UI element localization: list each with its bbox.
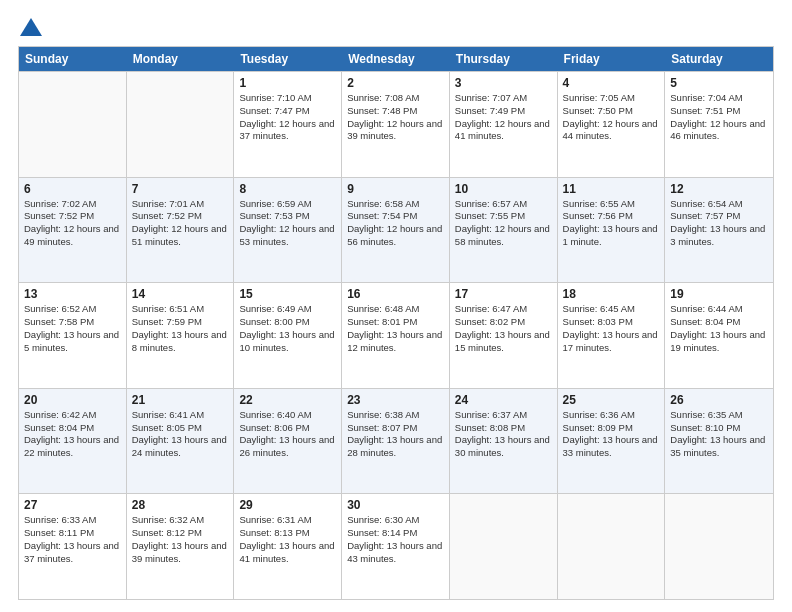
calendar-cell: [19, 72, 127, 177]
cell-content: Sunrise: 6:30 AM Sunset: 8:14 PM Dayligh…: [347, 514, 444, 565]
cell-content: Sunrise: 6:45 AM Sunset: 8:03 PM Dayligh…: [563, 303, 660, 354]
cell-content: Sunrise: 6:35 AM Sunset: 8:10 PM Dayligh…: [670, 409, 768, 460]
calendar-cell: [558, 494, 666, 599]
cell-day-number: 11: [563, 182, 660, 196]
calendar-row: 27Sunrise: 6:33 AM Sunset: 8:11 PM Dayli…: [19, 493, 773, 599]
calendar-header-cell: Friday: [558, 47, 666, 71]
cell-content: Sunrise: 7:05 AM Sunset: 7:50 PM Dayligh…: [563, 92, 660, 143]
cell-day-number: 25: [563, 393, 660, 407]
logo-text: [18, 16, 42, 36]
calendar-row: 6Sunrise: 7:02 AM Sunset: 7:52 PM Daylig…: [19, 177, 773, 283]
calendar-header-cell: Sunday: [19, 47, 127, 71]
cell-day-number: 9: [347, 182, 444, 196]
calendar-cell: 20Sunrise: 6:42 AM Sunset: 8:04 PM Dayli…: [19, 389, 127, 494]
calendar-cell: 22Sunrise: 6:40 AM Sunset: 8:06 PM Dayli…: [234, 389, 342, 494]
cell-content: Sunrise: 6:31 AM Sunset: 8:13 PM Dayligh…: [239, 514, 336, 565]
cell-day-number: 10: [455, 182, 552, 196]
calendar-header-cell: Tuesday: [234, 47, 342, 71]
cell-day-number: 16: [347, 287, 444, 301]
svg-marker-0: [20, 18, 42, 36]
calendar-cell: 3Sunrise: 7:07 AM Sunset: 7:49 PM Daylig…: [450, 72, 558, 177]
calendar-cell: 13Sunrise: 6:52 AM Sunset: 7:58 PM Dayli…: [19, 283, 127, 388]
cell-content: Sunrise: 6:38 AM Sunset: 8:07 PM Dayligh…: [347, 409, 444, 460]
calendar-cell: 25Sunrise: 6:36 AM Sunset: 8:09 PM Dayli…: [558, 389, 666, 494]
calendar-cell: 18Sunrise: 6:45 AM Sunset: 8:03 PM Dayli…: [558, 283, 666, 388]
calendar-cell: 16Sunrise: 6:48 AM Sunset: 8:01 PM Dayli…: [342, 283, 450, 388]
cell-content: Sunrise: 6:58 AM Sunset: 7:54 PM Dayligh…: [347, 198, 444, 249]
calendar-cell: 19Sunrise: 6:44 AM Sunset: 8:04 PM Dayli…: [665, 283, 773, 388]
calendar-cell: 15Sunrise: 6:49 AM Sunset: 8:00 PM Dayli…: [234, 283, 342, 388]
cell-day-number: 15: [239, 287, 336, 301]
cell-day-number: 28: [132, 498, 229, 512]
cell-day-number: 22: [239, 393, 336, 407]
cell-day-number: 5: [670, 76, 768, 90]
calendar-cell: 8Sunrise: 6:59 AM Sunset: 7:53 PM Daylig…: [234, 178, 342, 283]
cell-day-number: 18: [563, 287, 660, 301]
cell-content: Sunrise: 6:41 AM Sunset: 8:05 PM Dayligh…: [132, 409, 229, 460]
cell-content: Sunrise: 6:40 AM Sunset: 8:06 PM Dayligh…: [239, 409, 336, 460]
calendar-header-cell: Wednesday: [342, 47, 450, 71]
page: SundayMondayTuesdayWednesdayThursdayFrid…: [0, 0, 792, 612]
calendar-cell: 24Sunrise: 6:37 AM Sunset: 8:08 PM Dayli…: [450, 389, 558, 494]
calendar-cell: 7Sunrise: 7:01 AM Sunset: 7:52 PM Daylig…: [127, 178, 235, 283]
cell-content: Sunrise: 7:04 AM Sunset: 7:51 PM Dayligh…: [670, 92, 768, 143]
cell-content: Sunrise: 6:47 AM Sunset: 8:02 PM Dayligh…: [455, 303, 552, 354]
cell-content: Sunrise: 6:48 AM Sunset: 8:01 PM Dayligh…: [347, 303, 444, 354]
calendar-row: 1Sunrise: 7:10 AM Sunset: 7:47 PM Daylig…: [19, 71, 773, 177]
calendar-cell: 4Sunrise: 7:05 AM Sunset: 7:50 PM Daylig…: [558, 72, 666, 177]
calendar-cell: 11Sunrise: 6:55 AM Sunset: 7:56 PM Dayli…: [558, 178, 666, 283]
cell-day-number: 29: [239, 498, 336, 512]
cell-content: Sunrise: 6:54 AM Sunset: 7:57 PM Dayligh…: [670, 198, 768, 249]
cell-day-number: 27: [24, 498, 121, 512]
cell-content: Sunrise: 6:49 AM Sunset: 8:00 PM Dayligh…: [239, 303, 336, 354]
cell-day-number: 23: [347, 393, 444, 407]
calendar-cell: [450, 494, 558, 599]
cell-content: Sunrise: 7:07 AM Sunset: 7:49 PM Dayligh…: [455, 92, 552, 143]
cell-content: Sunrise: 6:36 AM Sunset: 8:09 PM Dayligh…: [563, 409, 660, 460]
calendar-header-cell: Thursday: [450, 47, 558, 71]
calendar-cell: 27Sunrise: 6:33 AM Sunset: 8:11 PM Dayli…: [19, 494, 127, 599]
cell-content: Sunrise: 7:08 AM Sunset: 7:48 PM Dayligh…: [347, 92, 444, 143]
cell-day-number: 14: [132, 287, 229, 301]
cell-content: Sunrise: 6:52 AM Sunset: 7:58 PM Dayligh…: [24, 303, 121, 354]
calendar-cell: [665, 494, 773, 599]
cell-day-number: 3: [455, 76, 552, 90]
calendar-body: 1Sunrise: 7:10 AM Sunset: 7:47 PM Daylig…: [19, 71, 773, 599]
cell-content: Sunrise: 6:32 AM Sunset: 8:12 PM Dayligh…: [132, 514, 229, 565]
cell-day-number: 12: [670, 182, 768, 196]
cell-day-number: 4: [563, 76, 660, 90]
cell-content: Sunrise: 6:55 AM Sunset: 7:56 PM Dayligh…: [563, 198, 660, 249]
calendar-cell: 23Sunrise: 6:38 AM Sunset: 8:07 PM Dayli…: [342, 389, 450, 494]
cell-day-number: 13: [24, 287, 121, 301]
calendar-row: 13Sunrise: 6:52 AM Sunset: 7:58 PM Dayli…: [19, 282, 773, 388]
cell-content: Sunrise: 6:37 AM Sunset: 8:08 PM Dayligh…: [455, 409, 552, 460]
calendar-cell: 6Sunrise: 7:02 AM Sunset: 7:52 PM Daylig…: [19, 178, 127, 283]
cell-content: Sunrise: 7:01 AM Sunset: 7:52 PM Dayligh…: [132, 198, 229, 249]
calendar-cell: 1Sunrise: 7:10 AM Sunset: 7:47 PM Daylig…: [234, 72, 342, 177]
cell-content: Sunrise: 7:10 AM Sunset: 7:47 PM Dayligh…: [239, 92, 336, 143]
cell-day-number: 19: [670, 287, 768, 301]
calendar-header-cell: Saturday: [665, 47, 773, 71]
cell-content: Sunrise: 6:57 AM Sunset: 7:55 PM Dayligh…: [455, 198, 552, 249]
calendar-header-cell: Monday: [127, 47, 235, 71]
calendar-cell: 30Sunrise: 6:30 AM Sunset: 8:14 PM Dayli…: [342, 494, 450, 599]
cell-content: Sunrise: 6:42 AM Sunset: 8:04 PM Dayligh…: [24, 409, 121, 460]
cell-day-number: 26: [670, 393, 768, 407]
calendar-cell: 21Sunrise: 6:41 AM Sunset: 8:05 PM Dayli…: [127, 389, 235, 494]
cell-content: Sunrise: 7:02 AM Sunset: 7:52 PM Dayligh…: [24, 198, 121, 249]
calendar-header: SundayMondayTuesdayWednesdayThursdayFrid…: [19, 47, 773, 71]
calendar: SundayMondayTuesdayWednesdayThursdayFrid…: [18, 46, 774, 600]
calendar-cell: [127, 72, 235, 177]
cell-day-number: 7: [132, 182, 229, 196]
cell-content: Sunrise: 6:51 AM Sunset: 7:59 PM Dayligh…: [132, 303, 229, 354]
calendar-cell: 26Sunrise: 6:35 AM Sunset: 8:10 PM Dayli…: [665, 389, 773, 494]
calendar-cell: 17Sunrise: 6:47 AM Sunset: 8:02 PM Dayli…: [450, 283, 558, 388]
calendar-row: 20Sunrise: 6:42 AM Sunset: 8:04 PM Dayli…: [19, 388, 773, 494]
cell-day-number: 6: [24, 182, 121, 196]
cell-day-number: 21: [132, 393, 229, 407]
cell-day-number: 2: [347, 76, 444, 90]
calendar-cell: 28Sunrise: 6:32 AM Sunset: 8:12 PM Dayli…: [127, 494, 235, 599]
cell-content: Sunrise: 6:44 AM Sunset: 8:04 PM Dayligh…: [670, 303, 768, 354]
cell-content: Sunrise: 6:33 AM Sunset: 8:11 PM Dayligh…: [24, 514, 121, 565]
calendar-cell: 12Sunrise: 6:54 AM Sunset: 7:57 PM Dayli…: [665, 178, 773, 283]
